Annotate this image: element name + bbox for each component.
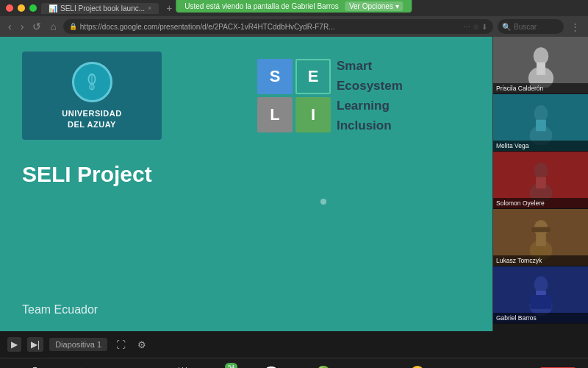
participant-name-3: Lukasz Tomczyk	[493, 255, 588, 266]
video-control[interactable]: 📷 Iniciar Video	[67, 365, 103, 368]
participant-card: Melita Vega	[493, 94, 588, 152]
slide-logos: UNIVERSIDAD DEL AZUAY S E L I Smart Ecos…	[22, 52, 470, 140]
share-screen-icon: 🟢	[316, 365, 331, 368]
svg-rect-15	[531, 227, 551, 232]
seli-words: Smart Ecosystem Learning Inclusion	[331, 52, 409, 140]
slide-next-button[interactable]: ▶|	[27, 337, 43, 352]
participants-control[interactable]: 👥 54 Participantes	[208, 365, 246, 368]
browser-bar: ‹ › ↺ ⌂ 🔒 https://docs.google.com/presen…	[0, 16, 588, 37]
toolbar-left-group: 🎙 Re-iniciar Audio 📷 Iniciar Video	[12, 365, 103, 368]
seli-grid: S E L I	[257, 59, 331, 132]
participants-panel: Priscila Calderón Melita Vega Solomon	[492, 37, 588, 331]
participant-name-0: Priscila Calderón	[493, 83, 588, 93]
minimize-dot[interactable]	[18, 4, 25, 12]
home-button[interactable]: ⌂	[48, 21, 58, 32]
participant-name-2: Solomon Oyelere	[493, 198, 588, 208]
search-bar[interactable]: 🔍 Buscar	[498, 19, 564, 34]
participant-card: Lukasz Tomczyk	[493, 209, 588, 266]
chat-control[interactable]: 💬 Chatear	[255, 365, 287, 368]
reactions-icon: 😊	[410, 365, 425, 368]
os-bar: 📊 SELI Project book launc... × + Usted e…	[0, 0, 588, 16]
search-placeholder: Buscar	[514, 23, 537, 31]
svg-point-6	[534, 105, 548, 121]
browser-tab[interactable]: 📊 SELI Project book launc... ×	[41, 3, 159, 14]
svg-rect-14	[536, 234, 546, 245]
seli-l-cell: L	[257, 97, 293, 132]
svg-rect-19	[530, 295, 551, 309]
tab-title: SELI Project book launc...	[60, 4, 145, 13]
share-options-button[interactable]: Ver Opciones ▾	[345, 1, 404, 11]
record-control[interactable]: ⏺ Grabar	[359, 366, 391, 369]
close-dot[interactable]	[6, 4, 13, 12]
browser-menu-button[interactable]: ⋮	[568, 21, 582, 32]
svg-point-3	[533, 47, 548, 65]
slide-subtitle: Team Ecuador	[22, 303, 470, 316]
search-icon: 🔍	[502, 23, 511, 31]
participants-badge: 54	[225, 363, 237, 368]
toolbar-center-group: 🛡 Seguridad 👥 54 Participantes 💬 Chatear…	[167, 365, 476, 368]
svg-rect-8	[536, 119, 546, 130]
new-tab-button[interactable]: +	[163, 2, 175, 14]
back-button[interactable]: ‹	[6, 21, 14, 32]
chat-icon: 💬	[264, 365, 279, 368]
svg-rect-5	[537, 62, 545, 74]
maximize-dot[interactable]	[29, 4, 37, 12]
university-emblem	[72, 62, 112, 102]
reload-button[interactable]: ↺	[30, 21, 43, 32]
security-control[interactable]: 🛡 Seguridad	[167, 366, 199, 369]
seli-word-learning: Learning	[337, 96, 403, 116]
participant-card: Gabriel Barros	[493, 266, 588, 324]
seli-word-smart: Smart	[337, 56, 403, 76]
slide-cursor	[320, 199, 326, 205]
participants-icon-wrap: 👥 54	[220, 365, 234, 368]
svg-point-9	[534, 163, 548, 179]
slide-fullscreen-button[interactable]: ⛶	[113, 337, 129, 353]
url-action-icons: ⋯ ☆ ⬇	[463, 23, 487, 31]
tab-favicon: 📊	[49, 4, 57, 13]
participant-name-1: Melita Vega	[493, 141, 588, 151]
seli-logo-box: S E L I Smart Ecosystem Learning Inclusi…	[257, 52, 470, 140]
lock-icon: 🔒	[69, 23, 77, 30]
slide-settings-button[interactable]: ⚙	[135, 337, 149, 353]
mic-icon: 🎙	[29, 366, 41, 369]
bottom-toolbar: 🎙 Re-iniciar Audio 📷 Iniciar Video 🛡 Seg…	[0, 358, 588, 368]
svg-rect-11	[536, 177, 546, 188]
main-area: UNIVERSIDAD DEL AZUAY S E L I Smart Ecos…	[0, 37, 588, 331]
share-screen-control[interactable]: 🟢 Compartir pantalla	[296, 365, 351, 368]
participant-card: Solomon Oyelere	[493, 152, 588, 209]
share-notification-bar: Usted está viendo la pantalla de Gabriel…	[176, 0, 412, 13]
seli-s-cell: S	[257, 59, 293, 94]
more-control[interactable]: ⋯ Más	[444, 365, 476, 368]
university-name: UNIVERSIDAD DEL AZUAY	[62, 108, 121, 130]
participant-name-4: Gabriel Barros	[493, 313, 588, 323]
seli-e-cell: E	[295, 59, 331, 94]
presentation-area: UNIVERSIDAD DEL AZUAY S E L I Smart Ecos…	[0, 37, 492, 331]
slide-play-button[interactable]: ▶	[7, 337, 21, 352]
share-message: Usted está viendo la pantalla de Gabriel…	[184, 2, 339, 10]
slide-main-title: SELI Project	[22, 162, 470, 187]
slide-toolbar: ▶ ▶| Diapositiva 1 ⛶ ⚙	[0, 331, 492, 358]
record-icon: ⏺	[369, 366, 381, 369]
url-text: https://docs.google.com/presentation/d/e…	[80, 23, 461, 31]
seli-word-ecosystem: Ecosystem	[337, 76, 403, 96]
slide-indicator: Diapositiva 1	[49, 338, 107, 351]
tab-close-icon[interactable]: ×	[148, 4, 151, 12]
reactions-control[interactable]: 😊 Reacciones	[400, 365, 434, 368]
camera-icon: 📷	[78, 365, 93, 368]
seli-word-inclusion: Inclusion	[337, 116, 403, 135]
university-logo-box: UNIVERSIDAD DEL AZUAY	[22, 52, 162, 140]
forward-button[interactable]: ›	[18, 21, 26, 32]
emblem-icon	[81, 71, 103, 93]
svg-point-16	[534, 276, 548, 292]
more-icon: ⋯	[454, 365, 466, 368]
seli-i-cell: I	[295, 97, 331, 132]
participant-card: Priscila Calderón	[493, 37, 588, 94]
shield-icon: 🛡	[177, 366, 189, 369]
url-bar[interactable]: 🔒 https://docs.google.com/presentation/d…	[63, 19, 493, 34]
audio-control[interactable]: 🎙 Re-iniciar Audio	[12, 366, 58, 369]
